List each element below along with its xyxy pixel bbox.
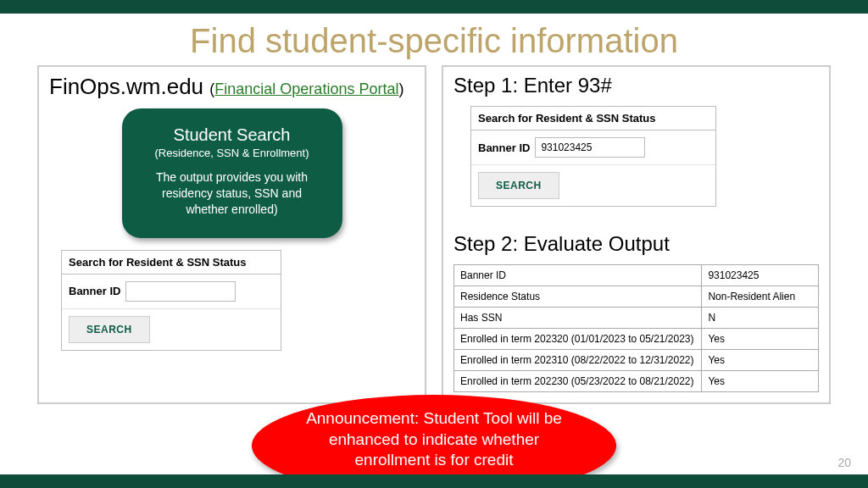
result-value: Non-Resident Alien: [702, 286, 819, 308]
table-row: Enrolled in term 202230 (05/23/2022 to 0…: [454, 371, 819, 392]
result-key: Enrolled in term 202310 (08/22/2022 to 1…: [454, 350, 702, 371]
badge-title: Student Search: [137, 125, 327, 145]
search-button-left[interactable]: SEARCH: [69, 316, 150, 343]
bannerid-input-right[interactable]: [535, 137, 645, 158]
result-key: Has SSN: [454, 308, 702, 329]
table-row: Has SSNN: [454, 308, 819, 329]
search-widget-head-right: Search for Resident & SSN Status: [471, 107, 715, 130]
bannerid-label: Banner ID: [69, 285, 120, 297]
result-value: 931023425: [702, 265, 819, 286]
step1-heading: Step 1: Enter 93#: [453, 74, 819, 97]
result-value: Yes: [702, 329, 819, 350]
result-value: Yes: [702, 371, 819, 392]
table-row: Residence StatusNon-Resident Alien: [454, 286, 819, 308]
search-widget-right: Search for Resident & SSN Status Banner …: [470, 106, 716, 207]
student-search-badge: Student Search (Residence, SSN & Enrollm…: [122, 108, 342, 238]
result-key: Residence Status: [454, 286, 702, 308]
badge-body: The output provides you with residency s…: [137, 169, 327, 218]
step2-heading: Step 2: Evaluate Output: [453, 232, 819, 256]
table-row: Enrolled in term 202310 (08/22/2022 to 1…: [454, 350, 819, 371]
bannerid-label-right: Banner ID: [478, 141, 530, 154]
search-button-right[interactable]: SEARCH: [478, 172, 559, 199]
table-row: Banner ID931023425: [454, 265, 819, 286]
result-key: Banner ID: [454, 265, 702, 286]
top-accent-bar: [0, 0, 868, 14]
table-row: Enrolled in term 202320 (01/01/2023 to 0…: [454, 329, 819, 350]
result-key: Enrolled in term 202230 (05/23/2022 to 0…: [454, 371, 702, 392]
bannerid-input-left[interactable]: [125, 281, 236, 302]
right-panel: Step 1: Enter 93# Search for Resident & …: [442, 65, 831, 404]
bottom-accent-bar: [0, 474, 868, 488]
result-key: Enrolled in term 202320 (01/01/2023 to 0…: [454, 329, 702, 350]
left-panel: FinOps.wm.edu (Financial Operations Port…: [37, 65, 426, 404]
result-value: Yes: [702, 350, 819, 371]
financial-operations-portal-link[interactable]: Financial Operations Portal: [214, 80, 398, 97]
result-value: N: [702, 308, 819, 329]
result-table: Banner ID931023425Residence StatusNon-Re…: [453, 264, 819, 392]
page-number: 20: [837, 456, 851, 469]
finops-site: FinOps.wm.edu: [49, 74, 203, 99]
paren-close: ): [398, 80, 403, 97]
badge-subtitle: (Residence, SSN & Enrollment): [137, 147, 327, 159]
search-widget-left: Search for Resident & SSN Status Banner …: [61, 250, 281, 351]
slide-title: Find student-specific information: [0, 22, 868, 60]
search-widget-head: Search for Resident & SSN Status: [62, 251, 281, 274]
finops-heading: FinOps.wm.edu (Financial Operations Port…: [49, 74, 415, 100]
